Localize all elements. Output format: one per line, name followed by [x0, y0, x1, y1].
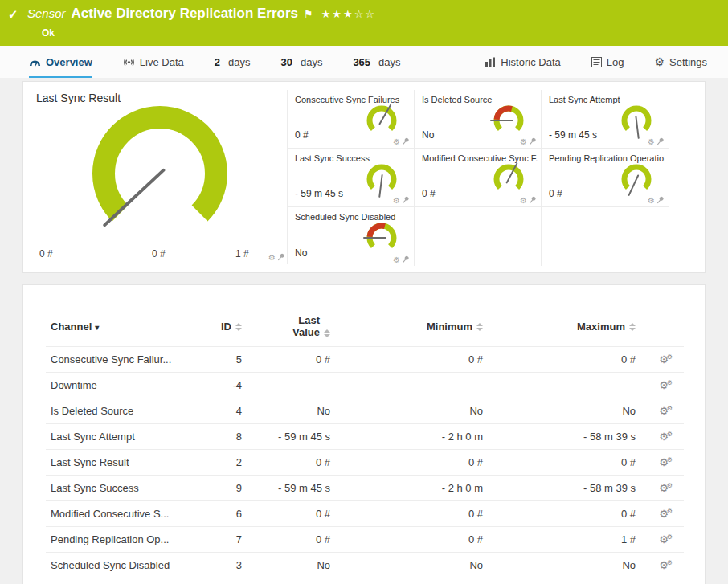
- channel-minimum: No: [335, 398, 488, 424]
- channel-last-value: No: [247, 553, 335, 578]
- channels-table: Channel▾ ID Last Value Minimum Maximum C…: [46, 314, 684, 578]
- channel-minimum: 0 #: [335, 501, 488, 527]
- pin-icon[interactable]: [657, 137, 665, 146]
- channel-settings-icon[interactable]: ⚙⚙: [659, 508, 673, 520]
- pin-icon[interactable]: [530, 137, 537, 146]
- channel-settings-icon[interactable]: ⚙⚙: [659, 405, 673, 417]
- sensor-header: ✓ Sensor Active Directory Replication Er…: [0, 0, 728, 46]
- tab-365-days[interactable]: 365 days: [353, 46, 400, 78]
- channel-settings-icon[interactable]: ⚙⚙: [659, 353, 673, 366]
- pin-icon[interactable]: [530, 196, 537, 205]
- channel-id: -4: [190, 373, 247, 398]
- channel-minimum: 0 #: [335, 347, 488, 373]
- gauge-value: - 59 m 45 s: [295, 188, 343, 199]
- channel-maximum: No: [488, 398, 640, 424]
- pin-icon[interactable]: [403, 137, 410, 146]
- gauge-value-label: 0 #: [152, 248, 166, 259]
- gear-icon[interactable]: ⚙: [393, 138, 400, 146]
- gauge-max-label: 1 #: [235, 248, 249, 259]
- tab-30-days[interactable]: 30 days: [280, 46, 322, 78]
- channel-settings-icon[interactable]: ⚙⚙: [659, 533, 673, 545]
- table-row: Scheduled Sync Disabled 3 No No No ⚙⚙: [46, 553, 684, 578]
- channel-name[interactable]: Pending Replication Op...: [46, 527, 190, 553]
- channel-name[interactable]: Last Sync Success: [46, 476, 190, 501]
- channel-settings-icon[interactable]: ⚙⚙: [659, 431, 673, 443]
- column-header-id[interactable]: ID: [190, 314, 247, 347]
- channel-settings-icon[interactable]: ⚙⚙: [659, 482, 673, 494]
- main-gauge: [33, 103, 287, 244]
- channel-name[interactable]: Modified Consecutive S...: [46, 501, 190, 527]
- channel-last-value: 0 #: [247, 347, 335, 373]
- channel-id: 6: [190, 501, 247, 527]
- channel-last-value: No: [247, 398, 335, 424]
- column-label: ID: [221, 321, 231, 333]
- tab-settings[interactable]: ⚙ Settings: [654, 46, 707, 78]
- table-row: Is Deleted Source 4 No No No ⚙⚙: [46, 398, 684, 424]
- gear-icon[interactable]: ⚙: [520, 197, 527, 205]
- empty-cell: [542, 207, 669, 266]
- column-header-minimum[interactable]: Minimum: [335, 314, 488, 347]
- gear-icon[interactable]: ⚙: [268, 254, 276, 262]
- channel-name[interactable]: Downtime: [46, 373, 190, 398]
- channel-minimum: [335, 373, 488, 398]
- main-gauge-cell: Last Sync Result 0 # 0 # 1 # ⚙: [33, 90, 287, 264]
- pin-icon[interactable]: [278, 253, 285, 262]
- gear-icon[interactable]: ⚙: [648, 138, 655, 146]
- channel-last-value: 0 #: [247, 501, 335, 527]
- table-row: Modified Consecutive S... 6 0 # 0 # 0 # …: [46, 501, 684, 527]
- header-main: Sensor Active Directory Replication Erro…: [27, 6, 376, 39]
- gauge-cell: Scheduled Sync Disabled No ⚙: [288, 207, 415, 266]
- log-list-icon: [591, 57, 602, 67]
- channel-name[interactable]: Last Sync Result: [46, 450, 190, 476]
- gear-icon[interactable]: ⚙: [648, 197, 655, 205]
- channel-id: 8: [190, 424, 247, 450]
- channel-maximum: 1 #: [488, 527, 640, 553]
- pin-icon[interactable]: [657, 196, 665, 205]
- priority-stars[interactable]: ★★★☆☆: [321, 8, 376, 20]
- settings-gear-icon: ⚙: [654, 55, 665, 68]
- flag-icon[interactable]: ⚑: [304, 8, 313, 20]
- column-header-maximum[interactable]: Maximum: [488, 314, 640, 347]
- gear-icon[interactable]: ⚙: [520, 138, 527, 146]
- channel-minimum: 0 #: [335, 527, 488, 553]
- tab-number: 30: [280, 56, 292, 68]
- sort-icon[interactable]: [476, 323, 483, 331]
- tab-label: Overview: [46, 56, 92, 68]
- channel-settings-icon[interactable]: ⚙⚙: [659, 379, 673, 391]
- gauge-value: - 59 m 45 s: [549, 129, 597, 141]
- tab-historic-data[interactable]: Historic Data: [485, 46, 560, 78]
- pin-icon[interactable]: [403, 255, 410, 264]
- sort-icon[interactable]: [235, 323, 242, 331]
- column-header-channel[interactable]: Channel▾: [46, 314, 190, 347]
- gear-icon[interactable]: ⚙: [393, 197, 400, 205]
- sort-icon[interactable]: [324, 329, 330, 337]
- gauge-cell: Last Sync Success - 59 m 45 s ⚙: [288, 149, 415, 207]
- tab-label: Log: [607, 56, 624, 68]
- tab-label: Settings: [669, 56, 707, 68]
- gauge-cell: Consecutive Sync Failures 0 # ⚙: [288, 90, 415, 149]
- column-label: Last Value: [273, 314, 320, 338]
- tab-overview[interactable]: Overview: [29, 46, 92, 78]
- tab-label: days: [228, 56, 250, 68]
- channel-last-value: 0 #: [247, 527, 335, 553]
- gauges-panel: Last Sync Result 0 # 0 # 1 # ⚙ Consecuti…: [22, 81, 706, 273]
- ok-check-icon: ✓: [8, 7, 27, 22]
- sort-icon[interactable]: [629, 323, 636, 331]
- channel-settings-icon[interactable]: ⚙⚙: [659, 559, 673, 571]
- tab-log[interactable]: Log: [591, 46, 624, 78]
- gauge-cell: Pending Replication Operatio... 0 # ⚙: [542, 149, 669, 207]
- gauge-cell: Is Deleted Source No ⚙: [415, 90, 542, 149]
- column-header-last-value[interactable]: Last Value: [247, 314, 335, 347]
- gauge-cell: Last Sync Attempt - 59 m 45 s ⚙: [542, 90, 669, 149]
- channel-settings-icon[interactable]: ⚙⚙: [659, 456, 673, 468]
- channel-name[interactable]: Last Sync Attempt: [46, 424, 190, 450]
- channel-name[interactable]: Is Deleted Source: [46, 398, 190, 424]
- status-badge: Ok: [42, 27, 55, 39]
- channel-minimum: - 2 h 0 m: [335, 424, 488, 450]
- channel-name[interactable]: Consecutive Sync Failur...: [46, 347, 190, 373]
- tab-2-days[interactable]: 2 days: [215, 46, 251, 78]
- tab-live-data[interactable]: Live Data: [123, 46, 184, 78]
- channel-name[interactable]: Scheduled Sync Disabled: [46, 553, 190, 578]
- pin-icon[interactable]: [403, 196, 410, 205]
- gear-icon[interactable]: ⚙: [393, 256, 400, 264]
